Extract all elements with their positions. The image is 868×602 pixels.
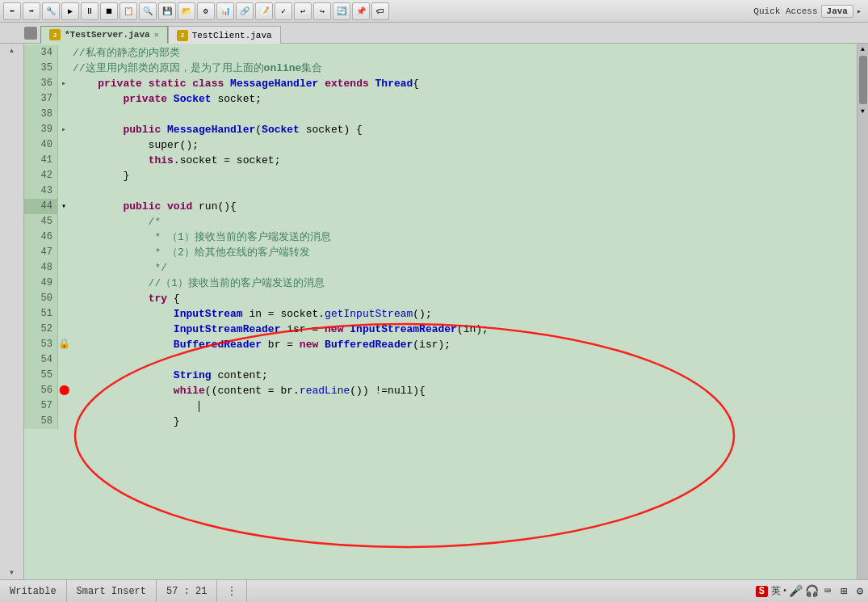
line-marker-45: [58, 214, 69, 229]
line-num-45: 45: [24, 214, 58, 229]
line-num-57: 57: [24, 398, 58, 414]
code-line-36: 36 ▸ private static class MessageHandler…: [24, 76, 857, 91]
left-gutter: ▲ ▼: [0, 44, 24, 579]
toolbar-icon-14[interactable]: 📝: [255, 2, 273, 20]
line-num-35: 35: [24, 61, 58, 76]
testserver-close-icon[interactable]: ✕: [154, 30, 159, 40]
minimize-panel-icon[interactable]: [24, 27, 37, 40]
toolbar-icon-16[interactable]: ↩: [294, 2, 312, 20]
code-line-50: 50 try {: [24, 291, 857, 306]
line-marker-54: [58, 352, 69, 368]
line-code-48: */: [69, 260, 857, 276]
quick-access-label: Quick Access: [753, 6, 817, 16]
text-cursor: [199, 401, 199, 412]
keyboard-icon[interactable]: ⌨: [820, 583, 836, 600]
toolbar-icon-10[interactable]: 📂: [178, 2, 195, 20]
toolbar-icon-2[interactable]: ➡: [23, 2, 40, 20]
toolbar-icon-7[interactable]: 📋: [120, 2, 137, 20]
toolbar-icon-19[interactable]: 📌: [352, 2, 370, 20]
line-num-48: 48: [24, 260, 58, 276]
top-toolbar: ⬅ ➡ 🔧 ▶ ⏸ ⏹ 📋 🔍 💾 📂 ⚙ 📊 🔗 📝 ✓ ↩ ↪ 🔄 📌 🏷 …: [0, 0, 868, 23]
line-marker-44[interactable]: ▾: [58, 199, 69, 214]
toolbar-icon-5[interactable]: ⏸: [81, 2, 99, 20]
line-marker-42: [58, 168, 69, 183]
toolbar-icon-11[interactable]: ⚙: [197, 2, 215, 20]
line-marker-57: [58, 398, 69, 414]
microphone-icon[interactable]: 🎤: [787, 583, 803, 600]
code-line-35: 35 //这里用内部类的原因，是为了用上面的online集合: [24, 61, 857, 76]
line-num-34: 34: [24, 45, 58, 61]
code-line-42: 42 }: [24, 168, 857, 183]
code-line-53: 53 🔒 BufferedReader br = new BufferedRea…: [24, 337, 857, 352]
line-num-54: 54: [24, 352, 58, 368]
toolbar-icon-15[interactable]: ✓: [275, 2, 292, 20]
error-icon: ⬤: [59, 383, 69, 398]
toolbar-icon-4[interactable]: ▶: [61, 2, 79, 20]
toolbar-icon-6[interactable]: ⏹: [100, 2, 118, 20]
tab-testclient[interactable]: J TestClient.java: [168, 26, 281, 44]
line-code-37: private Socket socket;: [69, 91, 857, 107]
smart-insert-label: Smart Insert: [77, 586, 146, 597]
toolbar-icon-17[interactable]: ↪: [313, 2, 331, 20]
code-line-47: 47 * （2）给其他在线的客户端转发: [24, 245, 857, 260]
status-right-area: S 英 • 🎤 🎧 ⌨ ⊞ ⚙: [754, 583, 868, 600]
code-line-58: 58 }: [24, 414, 857, 429]
code-line-46: 46 * （1）接收当前的客户端发送的消息: [24, 229, 857, 245]
headphone-icon[interactable]: 🎧: [803, 583, 820, 600]
toolbar-icons: ⬅ ➡ 🔧 ▶ ⏸ ⏹ 📋 🔍 💾 📂 ⚙ 📊 🔗 📝 ✓ ↩ ↪ 🔄 📌 🏷: [3, 2, 752, 20]
line-marker-39[interactable]: ▸: [58, 122, 69, 137]
line-num-56: 56: [24, 383, 58, 398]
line-num-38: 38: [24, 107, 58, 122]
code-line-41: 41 this.socket = socket;: [24, 153, 857, 168]
gutter-scroll-up[interactable]: ▲: [10, 47, 14, 54]
line-num-58: 58: [24, 414, 58, 429]
scroll-up-arrow[interactable]: ▲: [859, 44, 866, 54]
toolbar-icon-8[interactable]: 🔍: [139, 2, 157, 20]
toolbar-icon-9[interactable]: 💾: [158, 2, 176, 20]
toolbar-icon-13[interactable]: 🔗: [236, 2, 254, 20]
line-code-42: }: [69, 168, 857, 183]
line-code-53: BufferedReader br = new BufferedReader(i…: [69, 337, 857, 352]
gutter-scroll-down[interactable]: ▼: [10, 569, 14, 576]
line-num-37: 37: [24, 91, 58, 107]
line-marker-49: [58, 276, 69, 291]
line-code-55: String content;: [69, 368, 857, 383]
toolbar-icon-1[interactable]: ⬅: [3, 2, 21, 20]
code-content: 34 //私有的静态的内部类 35 //这里用内部类的原因，是为了用上面的onl…: [24, 44, 857, 431]
testserver-tab-label: *TestServer.java: [65, 30, 150, 40]
line-num-51: 51: [24, 306, 58, 322]
toolbar-icon-12[interactable]: 📊: [216, 2, 234, 20]
line-marker-53: 🔒: [58, 337, 69, 352]
scroll-thumb[interactable]: [859, 56, 867, 104]
code-line-39: 39 ▸ public MessageHandler(Socket socket…: [24, 122, 857, 137]
line-marker-46: [58, 229, 69, 245]
toolbar-icon-3[interactable]: 🔧: [42, 2, 60, 20]
code-line-55: 55 String content;: [24, 368, 857, 383]
java-badge[interactable]: Java: [821, 5, 853, 18]
scroll-down-arrow[interactable]: ▼: [859, 106, 866, 116]
line-num-53: 53: [24, 337, 58, 352]
settings-icon[interactable]: ⚙: [852, 583, 868, 600]
line-code-56: while((content = br.readLine()) !=null){: [69, 383, 857, 398]
sogou-icon: S: [756, 586, 768, 597]
code-line-56: 56 ⬤ while((content = br.readLine()) !=n…: [24, 383, 857, 398]
line-code-46: * （1）接收当前的客户端发送的消息: [69, 229, 857, 245]
toolbar-expand-icon[interactable]: ▸: [857, 6, 862, 16]
line-marker-55: [58, 368, 69, 383]
line-code-35: //这里用内部类的原因，是为了用上面的online集合: [69, 61, 857, 76]
line-marker-51: [58, 306, 69, 322]
editor-area[interactable]: 34 //私有的静态的内部类 35 //这里用内部类的原因，是为了用上面的onl…: [24, 44, 857, 579]
toolbar-icon-20[interactable]: 🏷: [371, 2, 389, 20]
line-marker-36[interactable]: ▸: [58, 76, 69, 91]
line-marker-34: [58, 45, 69, 61]
grid-icon[interactable]: ⊞: [836, 583, 852, 600]
line-num-41: 41: [24, 153, 58, 168]
quick-access-area: Quick Access Java ▸: [753, 5, 865, 18]
toolbar-icon-18[interactable]: 🔄: [333, 2, 350, 20]
code-line-34: 34 //私有的静态的内部类: [24, 45, 857, 61]
right-scrollbar: ▲ ▼: [857, 44, 868, 579]
status-position: 57 : 21: [157, 580, 217, 602]
tab-testserver[interactable]: J *TestServer.java ✕: [40, 26, 168, 44]
line-code-43: [69, 183, 857, 199]
status-dots: ⋮: [227, 585, 237, 597]
